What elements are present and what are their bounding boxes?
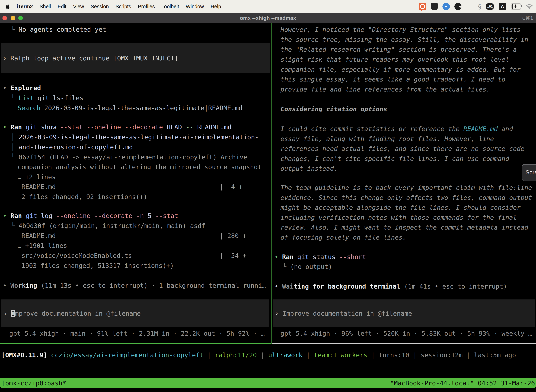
macos-menu-bar: iTerm2 Shell Edit View Session Scripts P… bbox=[0, 0, 536, 13]
menu-iterm2[interactable]: iTerm2 bbox=[17, 4, 33, 9]
line-log-out4: src/voice/voiceModeEnabled.ts | 54 + bbox=[21, 251, 246, 261]
reasoning-heading: Considering citation options bbox=[281, 104, 387, 114]
line-log-out5: 1903 files changed, 513517 insertions(+) bbox=[21, 261, 174, 271]
tmux-host-clock: "MacBook-Pro-44.local" 04:52 31-Mar-26 bbox=[390, 378, 535, 388]
battery-icon[interactable] bbox=[511, 4, 521, 9]
menu-help[interactable]: Help bbox=[211, 4, 221, 9]
left-pane[interactable]: └ No agents completed yet › Ralph loop a… bbox=[0, 23, 271, 343]
right-session-statusline: gpt-5.4 xhigh · 96% left · 520K in · 5.8… bbox=[281, 328, 532, 338]
line-log-out2: README.md | 280 + bbox=[21, 231, 246, 241]
inactive-pane-bottom-border bbox=[272, 343, 536, 344]
line-list: └ List git ls-files bbox=[11, 93, 83, 103]
window-title: omx --xhigh --madmax bbox=[0, 13, 536, 23]
tmux-status-bar: [omx-cczip0:bash* "MacBook-Pro-44.local"… bbox=[0, 378, 536, 388]
screen: iTerm2 Shell Edit View Session Scripts P… bbox=[0, 0, 536, 392]
reasoning-p2-l4: changes, I can't cite specific file line… bbox=[281, 154, 509, 164]
right-prompt-text: › Improve documentation in @filename bbox=[273, 308, 412, 318]
left-prompt-text: › Improve documentation in @filename bbox=[1, 308, 141, 318]
badge-61-icon[interactable]: ..61 bbox=[486, 3, 494, 10]
line-search: Search 2026-03-09-is-legal-the-same-as-l… bbox=[18, 103, 243, 113]
line-explored: • Explored bbox=[3, 83, 41, 93]
tmux-session-label[interactable]: [omx-cczip0:bash* bbox=[1, 378, 66, 388]
pane-divider[interactable] bbox=[271, 23, 272, 344]
keyboard-a-icon[interactable]: A bbox=[499, 3, 506, 10]
line-waiting-status: • Waiting for background terminal (1m 41… bbox=[274, 281, 507, 291]
screen-share-overlay: Scre bbox=[522, 164, 536, 181]
left-session-statusline: gpt-5.4 xhigh · main · 91% left · 2.31M … bbox=[9, 328, 265, 338]
reasoning-p2-l2: essay file, along with finding root file… bbox=[281, 134, 494, 144]
right-prompt-input[interactable]: › Improve documentation in @filename bbox=[273, 299, 535, 327]
line-ran-git-status: • Ran git status --short bbox=[274, 252, 366, 262]
line-no-agents: └ No agents completed yet bbox=[11, 24, 106, 34]
reasoning-p1-l6: this single essay, it seems like a good … bbox=[281, 74, 505, 84]
spark-badge-icon[interactable] bbox=[442, 3, 450, 10]
window-shortcut-badge: ⌥⌘1 bbox=[520, 13, 533, 23]
line-show-out3: … +2 lines bbox=[18, 172, 56, 182]
menu-items: iTerm2 Shell Edit View Session Scripts P… bbox=[0, 4, 221, 9]
terminal[interactable]: └ No agents completed yet › Ralph loop a… bbox=[0, 23, 536, 344]
reasoning-p3-l5: review. Also, I might want to inspect th… bbox=[281, 222, 528, 232]
menu-toolbelt[interactable]: Toolbelt bbox=[161, 4, 179, 9]
squiggle-icon[interactable]: § bbox=[478, 3, 481, 10]
line-show-out2: companion analysis without altering the … bbox=[18, 162, 262, 172]
line-log-out3: … +1901 lines bbox=[18, 241, 67, 251]
menu-status-icons: § ..61 A bbox=[419, 3, 536, 10]
notch-circle-icon[interactable] bbox=[455, 3, 462, 10]
shield-grid-icon[interactable] bbox=[431, 3, 438, 10]
reasoning-p3-l1: The team guideline is to back every impo… bbox=[281, 183, 532, 193]
line-log-out1: └ 4b9d30f (origin/main, instructkr/main,… bbox=[11, 221, 205, 231]
line-show-wrap1: │ 2026-03-09-is-legal-the-same-as-legiti… bbox=[11, 132, 259, 142]
line-working-status: • Working (11m 13s • esc to interrupt) ·… bbox=[3, 280, 266, 290]
reasoning-p2-l1: I could cite commit statistics or refere… bbox=[281, 124, 513, 134]
menu-scripts[interactable]: Scripts bbox=[115, 4, 131, 9]
right-pane[interactable]: However, I noticed the "Directory Struct… bbox=[272, 23, 536, 343]
reasoning-p3-l2: evidence. Since this change only affects… bbox=[281, 193, 532, 203]
reasoning-p1-l5: companion file, especially if more comme… bbox=[281, 65, 521, 75]
reasoning-p1-l4: slight risk that future readers may over… bbox=[281, 54, 509, 65]
line-show-out4: README.md | 4 + bbox=[21, 182, 243, 192]
reasoning-p1-l1: However, I noticed the "Directory Struct… bbox=[281, 25, 521, 35]
menu-view[interactable]: View bbox=[73, 4, 84, 9]
omx-status-bar: [OMX#0.11.9] cczip/essay/ai-reimplementa… bbox=[1, 350, 516, 360]
titlebar[interactable]: omx --xhigh --madmax ⌥⌘1 bbox=[0, 13, 536, 23]
apple-menu-icon[interactable] bbox=[5, 4, 10, 9]
active-pane-bottom-border bbox=[0, 343, 271, 344]
chat-app-icon[interactable] bbox=[419, 3, 426, 10]
dots-grid-icon[interactable] bbox=[466, 3, 474, 10]
wifi-icon[interactable] bbox=[526, 4, 533, 9]
reasoning-p1-l2: the source tree, missing the essay. Stil… bbox=[281, 35, 528, 45]
iterm2-window: omx --xhigh --madmax ⌥⌘1 └ No agents com… bbox=[0, 13, 536, 388]
line-show-out5: 2 files changed, 92 insertions(+) bbox=[21, 192, 147, 202]
menu-profiles[interactable]: Profiles bbox=[138, 4, 155, 9]
line-ran-git-show: • Ran git show --stat --oneline --decora… bbox=[3, 122, 232, 132]
menu-session[interactable]: Session bbox=[91, 4, 109, 9]
reasoning-p3-l6: of focusing solely on file lines. bbox=[281, 232, 406, 242]
reasoning-p2-l3: references need actual files, and since … bbox=[281, 144, 524, 154]
line-ran-git-log: • Ran git log --oneline --decorate -n 5 … bbox=[3, 211, 178, 221]
reasoning-p2-l5: output instead. bbox=[281, 163, 338, 173]
menu-shell[interactable]: Shell bbox=[40, 4, 51, 9]
reasoning-p1-l7: provide file and line references from th… bbox=[281, 84, 490, 94]
line-show-wrap2: │ and-the-erosion-of-copyleft.md bbox=[11, 142, 133, 152]
ralph-loop-box[interactable]: › Ralph loop active continue [OMX_TMUX_I… bbox=[1, 43, 270, 73]
reasoning-p3-l3: might be acceptable alongside the file l… bbox=[281, 202, 521, 213]
left-prompt-input[interactable]: › Improve documentation in @filename bbox=[1, 299, 269, 327]
menu-edit[interactable]: Edit bbox=[57, 4, 66, 9]
line-no-output: └ (no output) bbox=[282, 262, 332, 272]
reasoning-p1-l3: the "Related research writing" section i… bbox=[281, 44, 517, 54]
ralph-loop-text: › Ralph loop active continue [OMX_TMUX_I… bbox=[1, 53, 178, 63]
line-show-out1: └ 067f154 (HEAD -> essay/ai-reimplementa… bbox=[11, 152, 247, 162]
menu-window[interactable]: Window bbox=[186, 4, 204, 9]
reasoning-p3-l4: including verification notes with those … bbox=[281, 213, 517, 223]
